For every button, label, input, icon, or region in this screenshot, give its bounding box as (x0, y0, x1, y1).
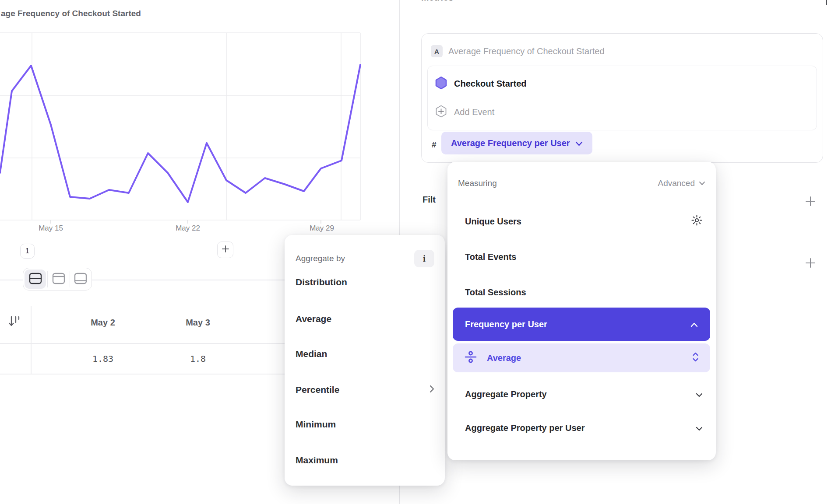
table-column-divider (31, 306, 32, 374)
filter-section-title: Filt (423, 195, 445, 207)
add-event-hexagon-plus-icon (435, 105, 447, 120)
metric-name-input[interactable]: Average Frequency of Checkout Started (448, 46, 605, 56)
chevron-down-icon (696, 389, 703, 399)
x-axis-label: May 29 (300, 224, 344, 233)
event-name: Checkout Started (454, 79, 527, 89)
view-toggle-split-bottom[interactable] (70, 270, 92, 289)
measuring-menu: Measuring Advanced Unique Users Total Ev… (447, 162, 716, 460)
table-column-header[interactable]: May 2 (55, 318, 151, 328)
event-row-checkout-started[interactable]: Checkout Started (435, 76, 654, 91)
numeric-hash-symbol: # (432, 140, 437, 150)
event-hexagon-icon (435, 76, 447, 91)
add-filter-button[interactable] (805, 196, 816, 207)
menu-item-total-events[interactable]: Total Events (465, 249, 703, 265)
split-bottom-icon (74, 273, 87, 286)
aggregate-by-header: Aggregate by (296, 254, 345, 263)
menu-item-aggregate-property[interactable]: Aggregate Property (465, 386, 703, 402)
add-event-button[interactable]: Add Event (435, 104, 654, 120)
metrics-section-title: Metrics (421, 0, 482, 4)
analytics-app: age Frequency of Checkout Started May 15… (0, 0, 831, 504)
chart-title: age Frequency of Checkout Started (1, 9, 141, 18)
table-column-header[interactable]: May 3 (150, 318, 246, 328)
menu-item-aggregate-property-per-user[interactable]: Aggregate Property per User (465, 420, 703, 436)
chevron-down-icon (696, 423, 703, 433)
x-axis-label: May 22 (166, 224, 210, 233)
advanced-toggle[interactable]: Advanced (658, 178, 705, 188)
menu-item-median[interactable]: Median (296, 346, 434, 361)
menu-item-maximum[interactable]: Maximum (296, 453, 434, 468)
plus-icon (221, 245, 230, 255)
table-cell-value: 1.8 (150, 354, 246, 364)
menu-subitem-average[interactable]: Average (453, 343, 710, 372)
menu-item-average[interactable]: Average (296, 312, 434, 326)
menu-item-total-sessions[interactable]: Total Sessions (465, 284, 703, 300)
sort-icon[interactable] (9, 315, 21, 330)
add-event-label: Add Event (454, 107, 494, 117)
view-toggle-split-top[interactable] (48, 270, 69, 289)
chevron-right-icon (430, 385, 434, 395)
page-number-button[interactable]: 1 (20, 244, 35, 259)
view-toggle-group (23, 268, 92, 290)
aggregation-chip[interactable]: Average Frequency per User (441, 132, 592, 154)
split-rows-icon (29, 273, 42, 286)
aggregate-by-menu: Aggregate by i Distribution Average Medi… (285, 235, 445, 486)
measuring-header: Measuring (458, 178, 497, 188)
table-cell-value: 1.83 (55, 354, 151, 364)
add-metric-icon-partial[interactable] (826, 0, 827, 5)
gear-icon[interactable] (691, 214, 703, 228)
chevron-down-icon (575, 138, 583, 148)
split-top-icon (52, 273, 65, 286)
table-cell-value: 1.9 (0, 354, 18, 364)
metric-letter-badge: A (431, 45, 443, 57)
x-axis-label: May 15 (29, 224, 73, 233)
view-toggle-split-rows[interactable] (25, 270, 46, 289)
menu-item-unique-users[interactable]: Unique Users (465, 214, 703, 229)
add-breakdown-button[interactable] (805, 257, 816, 269)
menu-item-frequency-per-user-selected[interactable]: Frequency per User (453, 308, 710, 341)
menu-item-percentile[interactable]: Percentile (296, 382, 434, 397)
line-chart (0, 0, 399, 245)
menu-item-minimum[interactable]: Minimum (296, 417, 434, 432)
add-chart-button[interactable] (217, 242, 233, 258)
chevron-down-icon (699, 181, 705, 186)
chevron-up-down-icon (692, 352, 699, 364)
info-icon[interactable]: i (414, 250, 434, 267)
average-divide-icon (464, 350, 477, 366)
menu-item-distribution[interactable]: Distribution (296, 275, 434, 290)
chevron-up-icon (690, 319, 698, 329)
